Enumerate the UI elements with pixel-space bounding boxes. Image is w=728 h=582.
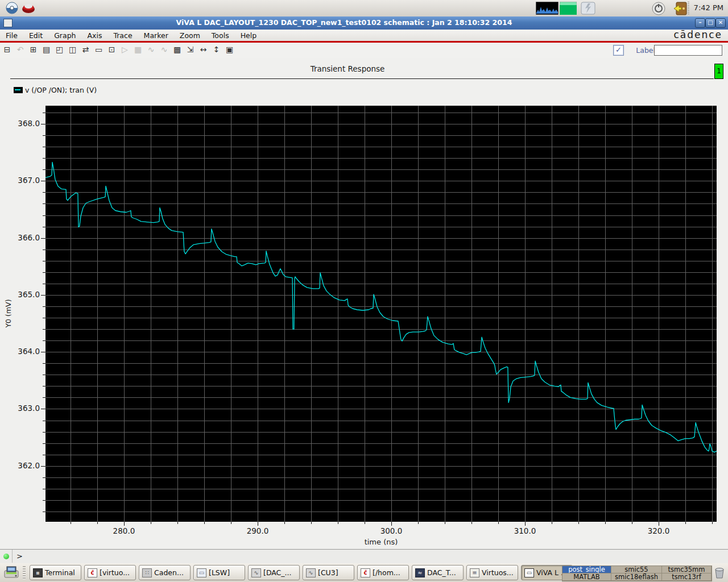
subwindow-badge[interactable]: 1 (714, 64, 723, 79)
pager-cell-tsmc13rf[interactable]: tsmc13rf (662, 573, 712, 581)
print-icon[interactable]: ⊟ (1, 44, 13, 56)
fit-y-icon[interactable]: ↕ (210, 44, 222, 56)
legend-label[interactable]: v (/OP /ON); tran (V) (25, 86, 97, 94)
task-button-cu3[interactable]: ∿[CU3] (303, 565, 354, 580)
task-button-dac[interactable]: ∿[DAC_... (248, 565, 300, 580)
taskbar: ▪Terminalc̄[virtuo...∷Caden...▭[LSW]∿[DA… (0, 563, 728, 582)
logout-icon[interactable] (673, 1, 689, 16)
screenshot-tool-icon[interactable] (5, 1, 19, 15)
menu-item-tools[interactable]: Tools (206, 30, 235, 40)
pager-cell-smic55[interactable]: smic55 (611, 566, 662, 573)
x-tick (712, 522, 713, 524)
command-prompt[interactable]: > (16, 552, 23, 560)
x-tick (632, 522, 632, 524)
cadence-c-icon: c̄ (88, 568, 97, 577)
task-button-virtuo[interactable]: c̄[virtuo... (84, 565, 136, 580)
y-tick (43, 192, 46, 193)
y-tick (41, 466, 46, 467)
x-tick (445, 522, 445, 524)
system-monitor-applet[interactable] (536, 2, 559, 15)
y-tick (41, 295, 46, 296)
cadence-c-icon: c̄ (361, 568, 370, 577)
menu-item-file[interactable]: File (0, 30, 23, 40)
menu-item-trace[interactable]: Trace (107, 30, 138, 40)
status-bar: > (0, 549, 728, 564)
x-tick (177, 522, 178, 524)
x-tick (659, 522, 659, 526)
task-button-lsw[interactable]: ▭[LSW] (193, 565, 245, 580)
power-icon[interactable] (651, 1, 666, 16)
task-button-virtuos[interactable]: ≡Virtuos... (466, 565, 518, 580)
task-button-hom[interactable]: c̄[/hom... (357, 565, 409, 580)
redhat-menu-icon[interactable] (21, 1, 36, 15)
y-tick (41, 181, 46, 181)
task-button-dact[interactable]: ≈DAC_T... (412, 565, 464, 580)
dice-icon: ∷ (142, 568, 152, 577)
pager-cell-tsmc35mm[interactable]: tsmc35mm (662, 566, 712, 573)
pager-cell-smic18eflash[interactable]: smic18eflash (611, 573, 662, 581)
swap-subwindow-icon[interactable]: ⇄ (80, 44, 92, 56)
x-tick (685, 522, 686, 524)
pop-out-subwindow-icon[interactable]: ⊡ (106, 44, 118, 56)
y-tick (43, 306, 46, 307)
plot-canvas[interactable] (46, 106, 717, 522)
y-tick (43, 227, 46, 227)
y-tick (43, 477, 46, 478)
label-input[interactable] (654, 45, 722, 56)
virtuoso-icon: ≡ (470, 568, 479, 577)
fit-x-icon[interactable]: ↔ (197, 44, 209, 56)
pager-cell-post_single[interactable]: post_single (562, 566, 611, 573)
menu-bar: FileEditGraphAxisTraceMarkerZoomToolsHel… (0, 30, 728, 41)
x-tick (605, 522, 606, 524)
launcher-icon[interactable] (3, 565, 20, 580)
task-button-terminal[interactable]: ▪Terminal (30, 565, 81, 580)
overlay-mode-icon[interactable]: ◰ (53, 44, 65, 56)
menu-item-graph[interactable]: Graph (48, 30, 81, 40)
zoom-to-fit-icon[interactable]: ▣ (224, 44, 235, 56)
desktop-panel: 7:42 PM (0, 0, 728, 17)
menu-item-axis[interactable]: Axis (81, 30, 107, 40)
y-tick (43, 489, 46, 489)
window-titlebar[interactable]: ViVA L DAC_LAYOUT_1230 DAC_TOP_new1_test… (0, 16, 728, 30)
x-tick (71, 522, 71, 524)
x-tick (391, 522, 392, 526)
x-tick (525, 522, 526, 526)
y-tick (43, 512, 46, 512)
y-tick (43, 375, 46, 375)
y-tick (43, 432, 46, 433)
toolbar: ⊟↶⊞▤◰◫⇄▭⊡▷▦∿∿▩⇲↔↕▣ ✓ Label (0, 43, 728, 59)
calculator-icon[interactable]: ▩ (171, 44, 183, 56)
y-tick (43, 135, 46, 136)
task-button-label: [/hom... (373, 568, 400, 577)
menu-item-marker[interactable]: Marker (138, 30, 174, 40)
maximize-button[interactable]: □ (705, 18, 715, 28)
task-button-caden[interactable]: ∷Caden... (139, 565, 191, 580)
legend-swatch[interactable] (14, 87, 23, 93)
split-subwindow-icon[interactable]: ◫ (67, 44, 78, 56)
minimize-button[interactable]: – (695, 18, 705, 28)
y-tick (43, 363, 46, 364)
show-grid-icon[interactable]: ⊞ (27, 44, 39, 56)
close-button[interactable]: ✕ (715, 18, 726, 28)
workspace-applet-icon[interactable] (581, 2, 595, 15)
y-tick (43, 272, 46, 273)
fit-all-icon[interactable]: ⇲ (184, 44, 196, 56)
status-divider (12, 550, 13, 563)
trash-icon[interactable] (713, 566, 726, 579)
taskbar-drag-handle[interactable] (23, 566, 26, 579)
y-tick (43, 147, 46, 147)
menu-item-help[interactable]: Help (235, 30, 263, 40)
x-tick (338, 522, 338, 524)
y-tick-label: 368.0 (7, 119, 40, 128)
menu-item-edit[interactable]: Edit (23, 30, 48, 40)
vertical-marker-icon: ▷ (119, 44, 131, 56)
delete-subwindow-icon[interactable]: ▭ (93, 44, 105, 56)
task-button-label: Terminal (45, 568, 75, 577)
strip-chart-icon[interactable]: ▤ (40, 44, 52, 56)
label-checkbox[interactable]: ✓ (613, 45, 624, 56)
pager-cell-matlab[interactable]: MATLAB (562, 573, 611, 581)
y-tick (43, 318, 46, 318)
memory-applet[interactable] (560, 2, 577, 15)
menu-item-zoom[interactable]: Zoom (174, 30, 206, 40)
clock[interactable]: 7:42 PM (694, 3, 723, 12)
